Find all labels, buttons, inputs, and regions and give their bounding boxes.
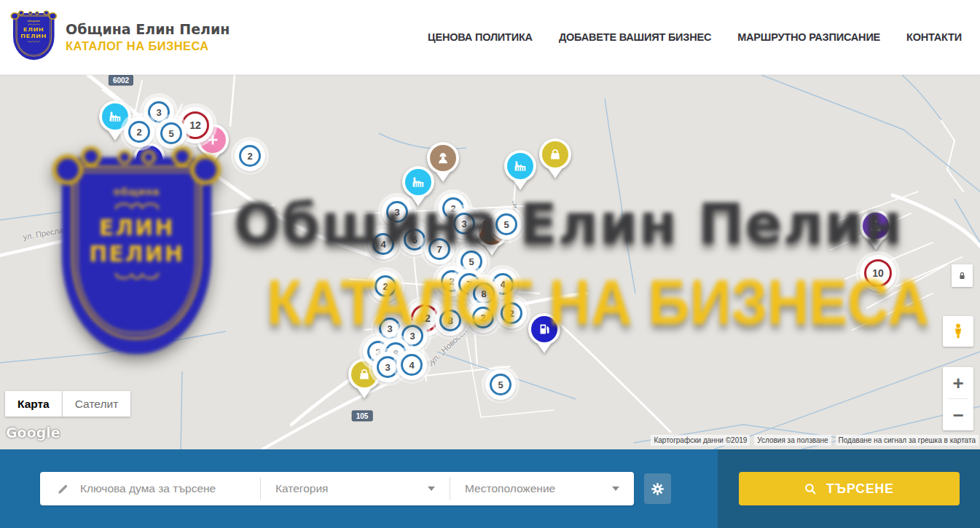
cluster-marker[interactable]: 8 [435,305,466,336]
page: община ЕЛИН ПЕЛИН Община Елин Пелин КАТА… [0,0,980,528]
cluster-count: 8 [473,283,495,304]
zoom-in-button[interactable]: + [943,367,973,398]
search-submit-button[interactable]: ТЪРСЕНЕ [739,472,960,505]
search-icon [804,482,818,496]
chevron-down-icon [612,486,619,491]
category-pin[interactable] [427,142,459,174]
keyword-search-input[interactable] [80,482,248,495]
cluster-marker[interactable]: 4 [396,350,427,380]
category-pin[interactable] [133,143,165,175]
cluster-marker[interactable]: 10 [860,255,896,291]
keyword-field-wrap [40,482,260,496]
search-bar: Категория Местоположение ТЪРСЕНЕ [0,449,980,528]
brand[interactable]: община ЕЛИН ПЕЛИН Община Елин Пелин КАТА… [13,13,230,61]
cluster-count: 3 [386,201,408,223]
category-pin[interactable] [539,138,571,170]
cluster-marker[interactable]: 4 [368,229,399,259]
business-markers: 123252323564752742812822333834510 [0,75,980,449]
nav-route-schedule[interactable]: МАРШРУТНО РАЗПИСАНИЕ [737,31,880,43]
map-type-satellite-button[interactable]: Сателит [63,391,130,417]
site-header: община ЕЛИН ПЕЛИН Община Елин Пелин КАТА… [0,0,980,75]
zoom-out-button[interactable]: − [943,399,973,430]
cluster-marker[interactable]: 5 [491,209,522,240]
map-attribution: Картографски данни ©2019 Условия за полз… [651,435,979,446]
cluster-count: 2 [239,145,261,167]
category-pin[interactable] [528,313,560,345]
cluster-count: 3 [453,213,475,235]
emblem-name-line2: ПЕЛИН [20,33,47,39]
fuel-icon [531,316,557,342]
lock-icon [957,270,968,281]
cluster-count: 2 [375,275,396,297]
worker-icon [430,145,456,171]
pegman-icon [949,322,968,341]
cluster-count: 10 [864,259,892,287]
map-type-control: Карта Сателит [5,391,130,417]
factory-icon [507,153,533,179]
attribution-data-label: Картографски данни ©2019 [651,435,750,446]
cluster-marker[interactable]: 5 [156,118,187,149]
attribution-terms-link[interactable]: Условия за ползване [754,435,831,446]
chevron-down-icon [428,486,435,491]
cluster-count: 6 [404,229,426,251]
cluster-count: 2 [472,307,494,328]
fuel-icon [136,146,162,172]
location-select-label: Местоположение [465,482,555,495]
cluster-count: 5 [490,374,511,395]
street-view-pegman[interactable] [943,316,973,347]
cluster-count: 2 [501,302,522,324]
cluster-marker[interactable]: 3 [449,208,479,239]
category-select[interactable]: Категория [260,478,450,500]
main-nav: ЦЕНОВА ПОЛИТИКА ДОБАВЕТЕ ВАШИЯТ БИЗНЕС М… [428,31,962,43]
cluster-count: 4 [372,233,394,255]
factory-icon [405,169,431,195]
municipality-logo: община ЕЛИН ПЕЛИН [13,13,55,61]
gear-icon [649,481,666,497]
cluster-marker[interactable]: 2 [124,117,154,147]
submit-panel: ТЪРСЕНЕ [718,449,980,528]
cluster-count: 5 [160,122,182,144]
cluster-marker[interactable]: 5 [485,369,516,400]
cluster-marker[interactable]: 2 [235,141,265,171]
advanced-search-button[interactable] [644,473,671,504]
church-icon [863,213,889,239]
cluster-marker[interactable]: 2 [496,298,527,328]
emblem-name-line1: ЕЛИН [23,27,44,34]
cluster-count: 7 [428,238,450,260]
pencil-icon [56,482,70,496]
category-pin[interactable] [402,166,434,198]
emblem-town-label: община [27,20,40,23]
zoom-control: + − [943,367,973,430]
site-subtitle: КАТАЛОГ НА БИЗНЕСА [66,39,230,54]
bag-icon [542,141,568,168]
cluster-marker[interactable]: 2 [370,271,401,302]
cluster-count: 4 [401,354,423,376]
location-select[interactable]: Местоположение [450,478,634,500]
cluster-count: 2 [128,121,150,143]
category-pin[interactable] [860,210,892,242]
site-title: Община Елин Пелин [66,20,230,39]
emblem-ornament-icon [27,40,41,43]
google-logo: Google [6,425,60,441]
nav-add-your-business[interactable]: ДОБАВЕТЕ ВАШИЯТ БИЗНЕС [559,31,711,43]
cluster-count: 8 [439,310,461,331]
cluster-marker[interactable]: 3 [382,197,412,227]
cluster-marker[interactable]: 7 [424,234,455,264]
nav-pricing-policy[interactable]: ЦЕНОВА ПОЛИТИКА [428,31,533,43]
search-fields-group: Категория Местоположение [40,472,634,505]
map-canvas[interactable]: 6002105ул. Преславбул. „Новоселции“ 1232… [0,75,980,449]
category-select-label: Категория [275,482,328,495]
nav-contacts[interactable]: КОНТАКТИ [906,31,962,43]
attribution-report-link[interactable]: Подаване на сигнал за грешка в картата [836,435,979,446]
emblem-ornament-icon [27,23,41,26]
cluster-marker[interactable]: 2 [468,302,498,333]
cluster-count: 3 [377,356,399,378]
category-pin[interactable] [504,150,536,182]
lock-button[interactable] [952,264,973,287]
cluster-count: 5 [495,213,517,235]
map-type-map-button[interactable]: Карта [5,391,63,417]
